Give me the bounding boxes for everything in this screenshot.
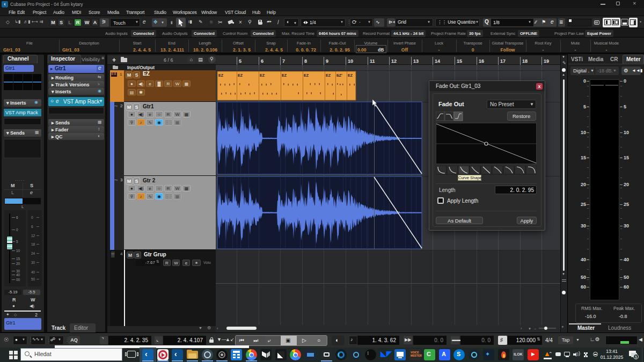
svg-text:▼: ▼ [528,327,531,330]
svg-text:5: 5 [239,58,241,64]
svg-text:EZ: EZ [238,73,243,77]
svg-text:16: 16 [479,58,484,64]
svg-text:15: 15 [457,58,462,64]
svg-text:12: 12 [391,58,397,64]
svg-text:11: 11 [370,58,375,64]
svg-text:EZ: EZ [282,73,287,77]
svg-text:EZ: EZ [304,73,309,77]
svg-text:14: 14 [435,58,440,64]
svg-text:13: 13 [413,58,419,64]
svg-text:19: 19 [544,58,549,64]
svg-text:EZ: EZ [260,73,265,77]
svg-text:EZ: EZ [218,73,224,77]
svg-text:6: 6 [261,58,264,64]
svg-text:-: - [535,326,536,331]
svg-text:9: 9 [326,58,328,64]
svg-text:EZ: EZ [326,73,331,77]
svg-text:8: 8 [304,58,307,64]
svg-text:18: 18 [522,58,528,64]
svg-text:7: 7 [282,58,285,64]
svg-text:EZʼ: EZʼ [336,73,342,77]
svg-text:EZ: EZ [348,73,353,77]
svg-text:17: 17 [500,58,506,64]
svg-text:10: 10 [348,58,353,64]
